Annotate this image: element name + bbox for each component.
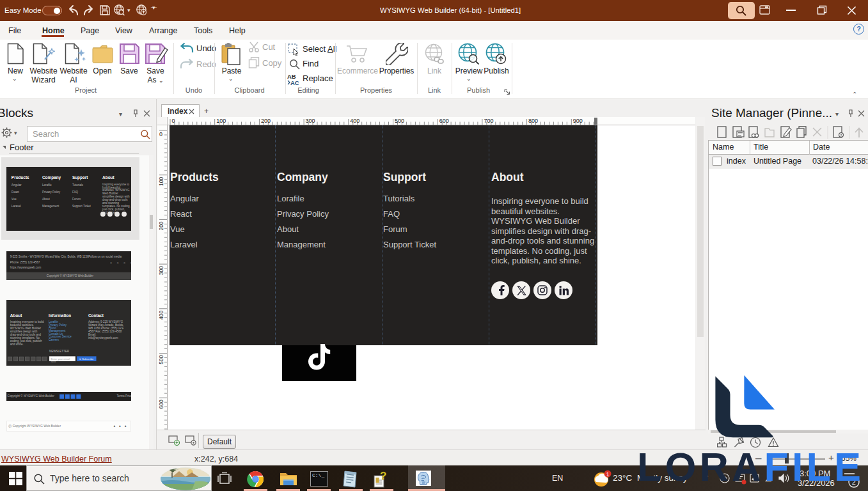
svg-text:?: ? (380, 471, 386, 482)
svg-text:100: 100 (216, 118, 226, 124)
svg-text:700: 700 (484, 118, 493, 124)
svg-text:AC: AC (290, 79, 299, 86)
svg-text:0: 0 (172, 118, 175, 124)
svg-text:600: 600 (439, 118, 449, 124)
svg-text:100: 100 (158, 176, 164, 185)
svg-text:500: 500 (395, 118, 404, 124)
svg-text:800: 800 (528, 118, 538, 124)
svg-text:600: 600 (158, 400, 164, 409)
svg-text:400: 400 (350, 118, 359, 124)
svg-text:1: 1 (606, 471, 610, 478)
svg-text:200: 200 (261, 118, 271, 124)
svg-text:400: 400 (158, 311, 164, 320)
svg-text:300: 300 (306, 118, 315, 124)
svg-text:200: 200 (158, 221, 164, 230)
svg-text:0: 0 (159, 131, 162, 137)
svg-text:500: 500 (158, 355, 164, 364)
svg-text:300: 300 (158, 266, 164, 275)
svg-text:900: 900 (573, 118, 583, 124)
